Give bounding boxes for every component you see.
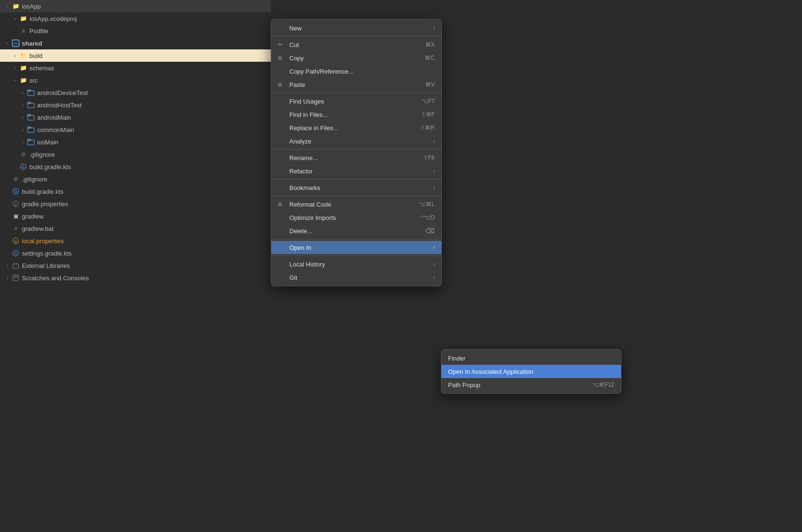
properties-icon: g: [11, 200, 20, 208]
submenu-item-label: Open In Associated Application: [448, 368, 533, 375]
menu-item-find-in-files[interactable]: Find in Files... ⇧⌘F: [271, 108, 441, 121]
tree-item-label: commonMain: [37, 126, 74, 133]
chevron-right-icon: ›: [11, 52, 19, 59]
cut-icon: ✂: [278, 41, 286, 48]
submenu-arrow-icon: ›: [433, 275, 435, 280]
tree-item-settings-gradle[interactable]: › G settings.gradle.kts: [0, 247, 271, 259]
tree-item-androidmain[interactable]: › androidMain: [0, 111, 271, 124]
tree-item-external-libraries[interactable]: › External Libraries: [0, 259, 271, 272]
menu-item-label: Copy: [289, 55, 304, 62]
menu-item-shortcut: ⌘C: [425, 55, 435, 61]
tree-item-label: iosApp.xcodeproj: [29, 15, 77, 22]
tree-item-label: gradle.properties: [22, 200, 68, 208]
menu-item-shortcut: ⌥⌘L: [419, 201, 435, 208]
submenu-arrow-icon: ›: [433, 245, 435, 250]
tree-item-gradle-properties[interactable]: › g gradle.properties: [0, 198, 271, 210]
tree-item-build-gradle2[interactable]: › G build.gradle.kts: [0, 185, 271, 198]
submenu-item-label: Finder: [448, 355, 466, 362]
menu-item-find-usages[interactable]: Find Usages ⌥F7: [271, 95, 441, 108]
tree-item-label: iosMain: [37, 139, 58, 146]
tree-item-src[interactable]: › 📁 src: [0, 74, 271, 86]
menu-item-label: Bookmarks: [289, 184, 320, 191]
submenu-item-open-in-associated[interactable]: Open In Associated Application: [441, 365, 621, 378]
tree-item-gradlew[interactable]: › ▣ gradlew: [0, 210, 271, 222]
gradle-icon: G: [11, 187, 20, 196]
tree-item-androidhosttest[interactable]: › androidHostTest: [0, 99, 271, 111]
svg-text:g: g: [15, 239, 17, 243]
tree-item-commonmain[interactable]: › commonMain: [0, 124, 271, 136]
menu-item-shortcut: ⌘V: [425, 81, 435, 88]
svg-text:G: G: [14, 252, 17, 255]
menu-separator: [271, 149, 441, 150]
menu-item-shortcut: ⌘X: [425, 41, 435, 48]
tree-item-gradlew-bat[interactable]: › ≡ gradlew.bat: [0, 222, 271, 235]
folder-icon: 📁: [19, 64, 28, 72]
menu-item-local-history[interactable]: Local History ›: [271, 257, 441, 271]
tree-item-gitignore2[interactable]: › ⊘ .gitignore: [0, 173, 271, 185]
tree-item-gitignore1[interactable]: › ⊘ .gitignore: [0, 148, 271, 161]
tree-item-schemas[interactable]: › 📁 schemas: [0, 62, 271, 74]
tree-item-iosapp[interactable]: › 📁 iosApp: [0, 0, 271, 12]
tree-item-label: androidMain: [37, 114, 71, 121]
menu-separator: [271, 36, 441, 37]
submenu-item-finder[interactable]: Finder: [441, 352, 621, 365]
tree-item-label: gradlew: [22, 213, 44, 220]
menu-item-delete[interactable]: Delete... ⌫: [271, 224, 441, 238]
tree-item-label: shared: [22, 40, 42, 47]
submenu-arrow-icon: ›: [433, 26, 435, 31]
tree-item-label: External Libraries: [22, 262, 70, 269]
tree-item-podfile[interactable]: › ≡ Podfile: [0, 25, 271, 37]
tree-item-iosapp-xcodeproj[interactable]: › 📁 iosApp.xcodeproj: [0, 12, 271, 25]
menu-item-git[interactable]: Git ›: [271, 271, 441, 284]
menu-item-copy[interactable]: ⧉ Copy ⌘C: [271, 51, 441, 65]
submenu-arrow-icon: ›: [433, 262, 435, 267]
menu-item-new[interactable]: New ›: [271, 21, 441, 35]
menu-item-rename[interactable]: Rename... ⇧F6: [271, 151, 441, 164]
tree-item-local-properties[interactable]: › g local.properties: [0, 235, 271, 247]
svg-text:G: G: [14, 190, 17, 193]
tree-item-label: schemas: [29, 65, 54, 72]
menu-item-optimize-imports[interactable]: Optimize Imports ^⌥O: [271, 211, 441, 224]
submenu-arrow-icon: ›: [433, 169, 435, 174]
tree-item-label: gradlew.bat: [22, 225, 54, 232]
menu-item-replace-in-files[interactable]: Replace in Files... ⇧⌘R: [271, 121, 441, 134]
menu-item-refactor[interactable]: Refactor ›: [271, 164, 441, 178]
copy-icon: ⧉: [278, 55, 286, 61]
submenu-item-path-popup[interactable]: Path Popup ⌥⌘F12: [441, 378, 621, 391]
submenu-arrow-icon: ›: [433, 185, 435, 190]
reformat-icon: ≡: [278, 200, 286, 208]
properties-orange-icon: g: [11, 237, 20, 245]
tree-item-label: src: [29, 77, 38, 84]
file-icon: ≡: [19, 27, 28, 35]
folder-icon: 📁: [19, 51, 28, 60]
tree-item-build-gradle1[interactable]: › G build.gradle.kts: [0, 161, 271, 173]
tree-item-androiddevicetest[interactable]: › androidDeviceTest: [0, 86, 271, 99]
menu-item-reformat-code[interactable]: ≡ Reformat Code ⌥⌘L: [271, 198, 441, 211]
menu-item-copy-path[interactable]: Copy Path/Reference...: [271, 65, 441, 78]
menu-item-label: Reformat Code: [289, 201, 331, 208]
menu-item-label: Refactor: [289, 168, 313, 175]
chevron-right-icon: ›: [19, 126, 27, 133]
menu-item-analyze[interactable]: Analyze ›: [271, 134, 441, 148]
tree-item-build[interactable]: › 📁 build: [0, 49, 271, 62]
menu-item-bookmarks[interactable]: Bookmarks ›: [271, 181, 441, 194]
scratches-icon: [11, 274, 20, 282]
source-folder-icon: [27, 101, 35, 109]
chevron-right-icon: ›: [19, 101, 27, 109]
tree-item-scratches[interactable]: › Scratches and Consoles: [0, 272, 271, 284]
chevron-right-icon: ›: [11, 64, 19, 72]
tree-item-shared[interactable]: › m shared: [0, 37, 271, 49]
menu-item-cut[interactable]: ✂ Cut ⌘X: [271, 38, 441, 51]
menu-item-label: Copy Path/Reference...: [289, 68, 353, 75]
folder-icon: 📁: [11, 2, 20, 10]
chevron-down-icon: ›: [11, 76, 19, 84]
tree-item-iosmain[interactable]: › iosMain: [0, 136, 271, 148]
menu-item-label: Replace in Files...: [289, 124, 338, 132]
source-folder-icon: [27, 125, 35, 134]
tree-item-label: build.gradle.kts: [22, 188, 63, 195]
menu-item-open-in[interactable]: Open In ›: [271, 241, 441, 254]
menu-item-paste[interactable]: ⧉ Paste ⌘V: [271, 78, 441, 91]
tree-item-label: build.gradle.kts: [29, 163, 71, 171]
tree-item-label: settings.gradle.kts: [22, 250, 72, 257]
external-libraries-icon: [11, 261, 20, 270]
